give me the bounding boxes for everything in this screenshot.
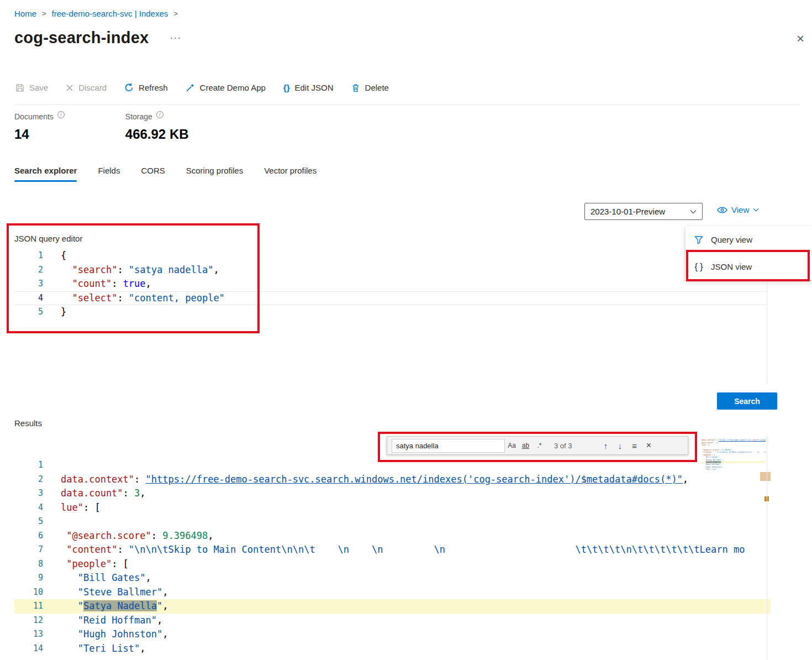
code-token <box>61 643 78 654</box>
refresh-button[interactable]: Refresh <box>124 83 168 92</box>
code-token: "Bill Gates" <box>78 572 146 583</box>
code-token <box>61 292 72 303</box>
line-number: 1 <box>14 458 43 473</box>
code-content: data.count": 3, <box>61 486 146 501</box>
tab-vector-profiles[interactable]: Vector profiles <box>264 166 317 182</box>
next-match-button[interactable]: ↓ <box>613 439 628 452</box>
code-line[interactable]: 5} <box>14 305 768 319</box>
find-in-selection-button[interactable]: ≡ <box>628 439 642 452</box>
breadcrumb-indexes-link[interactable]: free-demo-search-svc | Indexes <box>52 9 168 18</box>
code-token: "\n\n\tSkip to Main Content\n\n\t \n \n … <box>129 544 745 555</box>
code-line[interactable]: 2data.context": "https://free-demo-searc… <box>14 473 771 487</box>
code-token: "Teri List" <box>78 643 140 654</box>
match-case-toggle[interactable]: Aa <box>505 439 519 452</box>
code-line[interactable]: 1 <box>14 458 771 473</box>
documents-count: 14 <box>14 127 65 142</box>
code-line[interactable]: 7 "content": "\n\n\tSkip to Main Content… <box>14 543 771 557</box>
code-line[interactable]: 11 "Satya Nadella", <box>14 599 771 614</box>
minimap[interactable]: data.context": "https://free-demo-search… <box>700 437 766 531</box>
code-line[interactable]: 4lue": [ <box>14 501 771 515</box>
code-line[interactable]: 2 "search": "satya nadella", <box>14 263 768 277</box>
code-content: "Teri List", <box>702 468 719 470</box>
code-line[interactable]: 5 <box>14 515 771 529</box>
code-token: Satya Nadella <box>706 461 721 463</box>
code-content: "select": "content, people" <box>61 291 225 306</box>
line-number: 3 <box>14 486 43 501</box>
code-line[interactable]: 4 "select": "content, people" <box>14 291 768 306</box>
code-content: "search": "satya nadella", <box>61 263 219 277</box>
code-line[interactable]: 14 "Teri List", <box>14 642 771 656</box>
code-line[interactable]: 6 "@search.score": 9.396498, <box>14 529 771 543</box>
edit-json-button[interactable]: {} Edit JSON <box>283 83 334 92</box>
code-line[interactable]: 10 "Steve Ballmer", <box>14 585 771 600</box>
whole-word-glyph: ab <box>522 442 529 449</box>
code-line[interactable]: 13 "Hugh Johnston", <box>14 627 771 642</box>
code-token <box>61 615 78 626</box>
code-content: "Bill Gates", <box>61 571 151 585</box>
info-icon[interactable]: i <box>156 111 164 118</box>
title-bar: cog-search-index ··· <box>14 29 181 47</box>
tab-fields[interactable]: Fields <box>98 166 120 182</box>
more-menu-icon[interactable]: ··· <box>170 32 181 44</box>
code-content: lue": [ <box>702 444 709 446</box>
tab-scoring-profiles[interactable]: Scoring profiles <box>186 166 243 182</box>
refresh-label: Refresh <box>139 83 168 92</box>
code-token: , <box>718 442 719 444</box>
documents-stat: Documents i 14 <box>14 112 65 142</box>
code-token: "https://free-demo-search-svc.search.win… <box>719 439 766 441</box>
api-version-select[interactable]: 2023-10-01-Preview <box>584 203 703 220</box>
code-token <box>61 586 78 598</box>
refresh-icon <box>124 83 134 92</box>
results-editor[interactable]: 12data.context": "https://free-demo-sear… <box>14 436 771 660</box>
delete-button[interactable]: Delete <box>351 83 389 92</box>
code-token: lue" <box>702 444 706 446</box>
toolbar: Save Discard Refresh Create Demo App {} … <box>15 83 389 92</box>
tab-cors[interactable]: CORS <box>141 166 165 182</box>
tab-search-explorer[interactable]: Search explorer <box>14 166 77 182</box>
code-token: true <box>123 278 146 289</box>
editor-scrollbar[interactable] <box>767 436 767 660</box>
find-input[interactable] <box>392 439 505 453</box>
create-demo-app-button[interactable]: Create Demo App <box>186 83 266 92</box>
code-line[interactable]: 3 "count": true, <box>14 277 768 291</box>
code-token: , <box>162 586 168 598</box>
code-content: "content": "\n\n\tSkip to Main Content\n… <box>61 543 745 557</box>
code-line[interactable]: 9 "Bill Gates", <box>14 571 771 585</box>
toolbar-divider <box>14 104 799 105</box>
line-number: 7 <box>14 543 43 557</box>
info-icon[interactable]: i <box>57 111 65 118</box>
line-number: 4 <box>14 501 43 515</box>
search-button[interactable]: Search <box>717 392 777 410</box>
save-button[interactable]: Save <box>15 83 48 92</box>
menu-item-query-view[interactable]: Query view <box>686 226 812 253</box>
code-token: { <box>61 250 66 261</box>
braces-icon: {} <box>283 83 290 92</box>
previous-match-button[interactable]: ↑ <box>599 439 613 452</box>
discard-button[interactable]: Discard <box>66 83 107 92</box>
tab-bar: Search explorer Fields CORS Scoring prof… <box>14 166 317 182</box>
whole-word-toggle[interactable]: ab <box>519 439 532 452</box>
storage-label: Storage <box>125 112 152 121</box>
code-token: 3 <box>134 488 140 499</box>
regex-toggle[interactable]: .* <box>532 439 546 452</box>
json-query-editor[interactable]: 1{2 "search": "satya nadella",3 "count":… <box>14 249 768 384</box>
line-number: 1 <box>14 249 43 263</box>
view-label: View <box>731 205 749 214</box>
close-find-button[interactable]: × <box>642 439 656 452</box>
breadcrumb-home-link[interactable]: Home <box>14 9 36 18</box>
code-line[interactable]: 12 "Reid Hoffman", <box>14 614 771 628</box>
code-content: { <box>61 249 66 263</box>
storage-size: 466.92 KB <box>125 127 189 142</box>
code-line[interactable]: 1{ <box>14 249 768 263</box>
code-token: , <box>722 459 723 461</box>
view-dropdown-button[interactable]: View <box>717 205 759 214</box>
save-label: Save <box>29 83 48 92</box>
trash-icon <box>351 83 360 92</box>
menu-item-json-view[interactable]: { } JSON view <box>686 253 812 280</box>
code-token: "Reid Hoffman" <box>78 615 157 626</box>
documents-label: Documents <box>14 112 54 121</box>
close-icon[interactable]: × <box>797 32 804 45</box>
code-token: : <box>117 264 128 275</box>
code-line[interactable]: 8 "people": [ <box>14 557 771 572</box>
code-line[interactable]: 3data.count": 3, <box>14 486 771 501</box>
